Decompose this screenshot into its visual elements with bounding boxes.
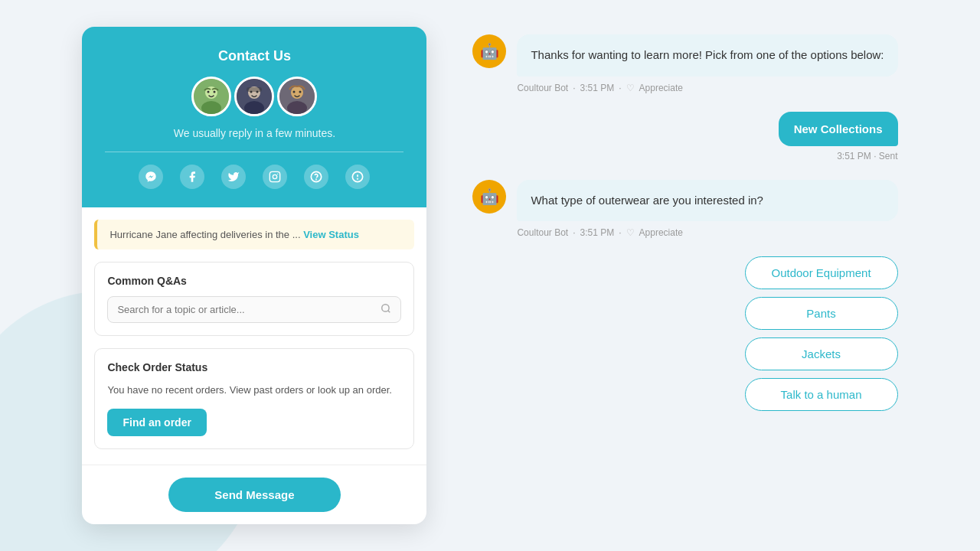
bot-meta-1: Coultour Bot · 3:51 PM · ♡ Appreciate xyxy=(517,83,897,93)
heart-icon-1: ♡ xyxy=(626,83,635,93)
order-title: Check Order Status xyxy=(107,361,401,373)
bot-meta-2: Coultour Bot · 3:51 PM · ♡ Appreciate xyxy=(517,227,897,238)
option-pants[interactable]: Pants xyxy=(745,297,898,330)
svg-point-17 xyxy=(273,175,277,179)
bot-message-1: 🤖 Thanks for wanting to learn more! Pick… xyxy=(472,34,897,93)
view-status-link[interactable]: View Status xyxy=(303,229,359,240)
svg-line-25 xyxy=(388,311,390,313)
facebook-icon[interactable] xyxy=(180,165,204,189)
bot-message-2: 🤖 What type of outerwear are you interes… xyxy=(472,180,897,239)
user-time-1: 3:51 PM xyxy=(837,151,871,161)
contact-widget: Contact Us xyxy=(82,27,426,524)
appreciate-label-1[interactable]: Appreciate xyxy=(639,83,683,93)
svg-rect-16 xyxy=(270,172,280,182)
qna-title: Common Q&As xyxy=(107,275,401,287)
avatar-3 xyxy=(277,77,317,116)
bot-message-2-content: What type of outerwear are you intereste… xyxy=(517,180,897,239)
user-message-1: New Collections 3:51 PM · Sent xyxy=(472,112,897,161)
qna-section: Common Q&As xyxy=(94,262,414,336)
alert-banner: Hurricane Jane affecting deliveries in t… xyxy=(94,220,414,249)
option-talk-to-human[interactable]: Talk to a human xyxy=(745,378,898,411)
social-icons-row xyxy=(97,165,411,189)
find-order-button[interactable]: Find an order xyxy=(107,409,206,436)
svg-point-14 xyxy=(293,91,296,93)
option-outdoor-equipment[interactable]: Outdoor Equipment xyxy=(745,256,898,289)
instagram-icon[interactable] xyxy=(263,165,287,189)
bot-sender-1: Coultour Bot xyxy=(517,83,568,93)
avatar-1 xyxy=(191,77,231,116)
chat-panel: 🤖 Thanks for wanting to learn more! Pick… xyxy=(472,27,897,411)
avatar-3-img xyxy=(279,79,315,114)
avatar-2-img xyxy=(237,79,272,114)
user-meta-1: 3:51 PM · Sent xyxy=(837,151,897,161)
header-divider xyxy=(105,152,403,152)
help-icon[interactable] xyxy=(304,165,328,189)
main-layout: Contact Us xyxy=(67,11,913,540)
bot-separator-4: · xyxy=(619,227,621,238)
search-icon xyxy=(381,303,391,316)
bot-separator-3: · xyxy=(573,227,575,238)
bot-time-2: 3:51 PM xyxy=(580,227,615,238)
bot-separator-1: · xyxy=(573,83,575,93)
options-group: Outdoor Equipment Pants Jackets Talk to … xyxy=(472,256,897,411)
svg-point-24 xyxy=(382,305,389,311)
bot-message-1-content: Thanks for wanting to learn more! Pick f… xyxy=(517,34,897,93)
bot-separator-2: · xyxy=(619,83,621,93)
send-message-button[interactable]: Send Message xyxy=(168,478,340,512)
option-jackets[interactable]: Jackets xyxy=(745,337,898,370)
widget-title: Contact Us xyxy=(97,48,411,64)
user-separator: · xyxy=(874,151,879,161)
reply-text: We usually reply in a few minutes. xyxy=(97,127,411,139)
alert-text: Hurricane Jane affecting deliveries in t… xyxy=(109,229,300,240)
svg-point-20 xyxy=(316,179,317,180)
bot-time-1: 3:51 PM xyxy=(580,83,615,93)
svg-point-4 xyxy=(214,91,216,93)
appreciate-label-2[interactable]: Appreciate xyxy=(639,227,683,238)
order-section: Check Order Status You have no recent or… xyxy=(94,348,414,449)
search-input[interactable] xyxy=(117,304,381,315)
search-box xyxy=(107,296,401,323)
svg-point-3 xyxy=(207,91,210,93)
avatar-2 xyxy=(234,77,274,116)
bot-sender-2: Coultour Bot xyxy=(517,227,568,238)
twitter-icon[interactable] xyxy=(221,165,246,189)
bot-bubble-2: What type of outerwear are you intereste… xyxy=(517,180,897,222)
widget-header: Contact Us xyxy=(82,27,426,207)
svg-point-15 xyxy=(299,91,302,93)
bot-avatar-1: 🤖 xyxy=(472,34,506,68)
svg-point-23 xyxy=(358,179,358,180)
svg-point-18 xyxy=(277,174,278,174)
order-text: You have no recent orders. View past ord… xyxy=(107,383,401,398)
svg-rect-10 xyxy=(247,87,262,92)
messenger-icon[interactable] xyxy=(139,165,163,189)
user-sent-label: Sent xyxy=(879,151,898,161)
heart-icon-2: ♡ xyxy=(626,227,635,238)
avatar-1-img xyxy=(194,79,229,114)
bot-avatar-2: 🤖 xyxy=(472,180,506,214)
bot-bubble-1: Thanks for wanting to learn more! Pick f… xyxy=(517,34,897,77)
user-bubble-1: New Collections xyxy=(779,112,898,146)
agent-avatars xyxy=(97,77,411,116)
send-message-area: Send Message xyxy=(82,465,426,524)
alert-icon[interactable] xyxy=(345,165,370,189)
